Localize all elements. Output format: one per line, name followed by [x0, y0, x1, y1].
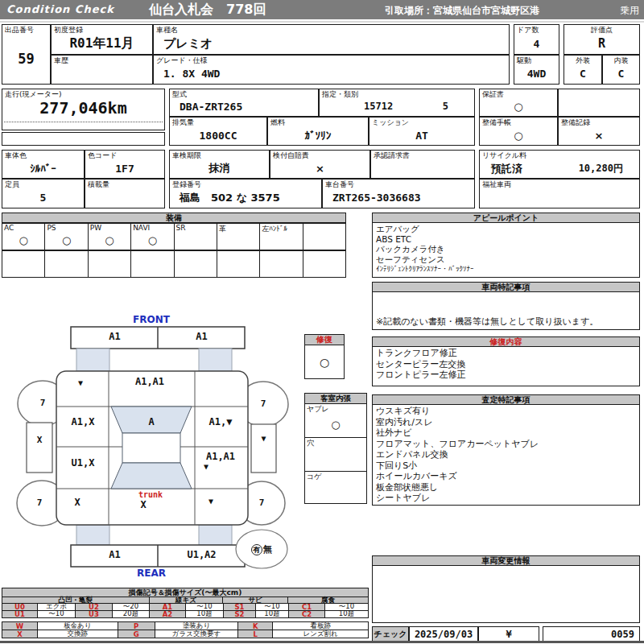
tire-depth-front-right: 7 [255, 398, 271, 409]
legend-code: A2 [149, 610, 186, 618]
fuel-value: ｶﾞｿﾘﾝ [268, 126, 368, 145]
field-mileage: 走行(現メーター) 277,046km [2, 89, 165, 130]
field-interior-grade: 内装 C [602, 55, 640, 85]
legend-size: 〜10 [37, 610, 76, 618]
legend-mark-desc: 交換跡 [37, 630, 118, 638]
mark-front-bumper-right: A1 [159, 331, 245, 342]
field-registration-number: 登録番号 福島 502 な 3575 [169, 179, 322, 208]
recycle-status: 預託済 [491, 162, 522, 176]
bottom-rule [0, 641, 644, 643]
field-maintenance-record: 整備記録 × [558, 117, 640, 146]
class-number-label: 指定・類別 [322, 90, 358, 98]
lot-number-value: 59 [2, 33, 50, 84]
repair-line: フロントピラー左修正 [376, 369, 637, 381]
legend-mark-desc: ガラス交換要す [155, 630, 239, 638]
mark-windshield: A [135, 416, 167, 427]
sheet-number-box: 0059 [543, 626, 640, 642]
rear-window-shape [111, 463, 192, 489]
appeal-points-list: エアバッグ ABS ETC バックカメラ付き セーフティセンス ｲﾝﾃﾘｼﾞｪﾝ… [376, 224, 637, 275]
recycle-fee-value: 10,280円 [579, 162, 623, 175]
field-capacity: 定員 5 [2, 179, 85, 208]
legend-size: 20超 [112, 610, 150, 618]
equipment-header: 装備 [2, 213, 346, 223]
equipment-navi-value: ○ [131, 231, 173, 250]
field-body-color: 車体色 ｼﾙﾊﾞｰ [2, 150, 85, 179]
legend-size: 10超 [255, 610, 289, 618]
equipment-cell-ac: AC○ [2, 224, 45, 250]
separator [0, 21, 644, 23]
field-color-code: 色コード 1F7 [85, 150, 165, 179]
model-name-value: プレミオ [154, 33, 509, 54]
rear-pillar-left-shape [76, 525, 109, 545]
legend-size: 10超 [185, 610, 224, 618]
field-grade: グレード・仕様 1. 8X 4WD [153, 55, 510, 85]
mark-front-bumper-left: A1 [72, 331, 158, 342]
mark-side-right: ▼ [251, 434, 276, 443]
mark-rear-door-right-line1: A1,A1 [196, 451, 246, 462]
assessment-notes-header: 査定特記事項 [372, 394, 640, 405]
check-date: 2025/09/03 [410, 627, 477, 641]
tire-depth-rear-right: 7 [254, 497, 270, 508]
mileage-dotted-rule [4, 122, 163, 122]
field-history: 車歴 [51, 55, 153, 85]
field-first-registration: 初度登録 R01年11月 [51, 24, 153, 55]
equipment-row-2 [2, 250, 346, 278]
field-insurance: 検付自賠責 × [270, 150, 370, 179]
recycle-fee-label: リサイクル料 [482, 151, 526, 159]
warranty-book-value: ○ [480, 97, 557, 116]
equipment-cell-navi: NAVI○ [131, 224, 174, 250]
check-label: チェック [372, 626, 409, 642]
inspection-expiry-value: 抹消 [170, 159, 269, 178]
assessment-line: ホイールカバーキズ [376, 471, 637, 482]
check-inspector-mark: ¥ [479, 627, 539, 641]
repair-content-header: 修復内容 [372, 336, 640, 347]
equipment-empty-cell [2, 251, 45, 277]
equipment-empty-cell [45, 251, 88, 277]
first-registration-value: R01年11月 [52, 33, 152, 54]
model-code-value: DBA-ZRT265 [170, 97, 318, 116]
field-warranty-blank [558, 89, 640, 117]
right-side-step-shape [251, 424, 276, 473]
front-pillar-left-shape [76, 349, 109, 371]
appeal-line: ABS ETC [376, 234, 637, 245]
color-code-value: 1F7 [85, 159, 164, 178]
equipment-lhd-value [260, 231, 302, 250]
maintenance-record-value: × [559, 126, 639, 145]
field-recycle-fee: リサイクル料 預託済 10,280円 [479, 150, 640, 179]
legend-mark-code: X [2, 630, 38, 638]
mark-hood-left: ▼ [68, 378, 93, 387]
vehicle-category: 乗用 [620, 4, 639, 18]
pickup-location: 引取場所：宮城県仙台市宮城野区港 [385, 4, 539, 18]
appeal-line: エアバッグ [376, 224, 637, 234]
interior-grade-value: C [603, 64, 639, 84]
field-displacement: 排気量 1800CC [169, 117, 267, 146]
field-score: 評価点 R [564, 24, 640, 55]
assessment-notes-list: ウスキズ有り 室内汚れ/スレ 社外ナビ フロアマット、フロアカーペットヤブレ エ… [376, 406, 637, 504]
spare-tire-indicator: 有無 [239, 543, 284, 555]
equipment-leather-value [217, 231, 259, 250]
field-warranty-book: 保証書 ○ [479, 89, 558, 117]
equipment-empty-cell [131, 251, 174, 277]
rear-pillar-right-shape [199, 525, 232, 545]
load-capacity-value [85, 188, 164, 208]
equipment-ac-value: ○ [2, 231, 44, 250]
assessment-notes-panel: 査定特記事項 ウスキズ有り 室内汚れ/スレ 社外ナビ フロアマット、フロアカーペ… [372, 394, 640, 506]
front-pillar-right-shape [199, 349, 232, 371]
vehicle-notes-disclaimer: ※記載のない書類・機器等は無しとして取り扱います。 [376, 316, 598, 328]
equipment-empty-cell [260, 251, 303, 277]
mark-side-left: X [27, 435, 52, 445]
trunk-label: trunk [127, 490, 174, 499]
history-value [52, 64, 152, 84]
legend-marks-row-2: X 交換跡 G ガラス交換要す L レンズ割れ [2, 630, 369, 638]
field-inspection-expiry: 車検期限 抹消 [169, 150, 270, 179]
appeal-points-panel: アピールポイント エアバッグ ABS ETC バックカメラ付き セーフティセンス… [372, 213, 640, 278]
equipment-sr-value [175, 231, 217, 250]
grade-value: 1. 8X 4WD [154, 64, 509, 84]
field-doors: ドア数 4 [514, 24, 559, 55]
legend-row-2: U1 〜10 U3 20超 A2 10超 S2 10超 C2 10超 [2, 610, 369, 618]
equipment-empty-cell [89, 251, 131, 277]
field-load-capacity: 積載量 [85, 179, 165, 208]
tire-depth-rear-left: 7 [31, 497, 47, 508]
assessment-line: 社外ナビ [376, 427, 637, 439]
mark-rear-door-left: U1,X [58, 457, 108, 469]
